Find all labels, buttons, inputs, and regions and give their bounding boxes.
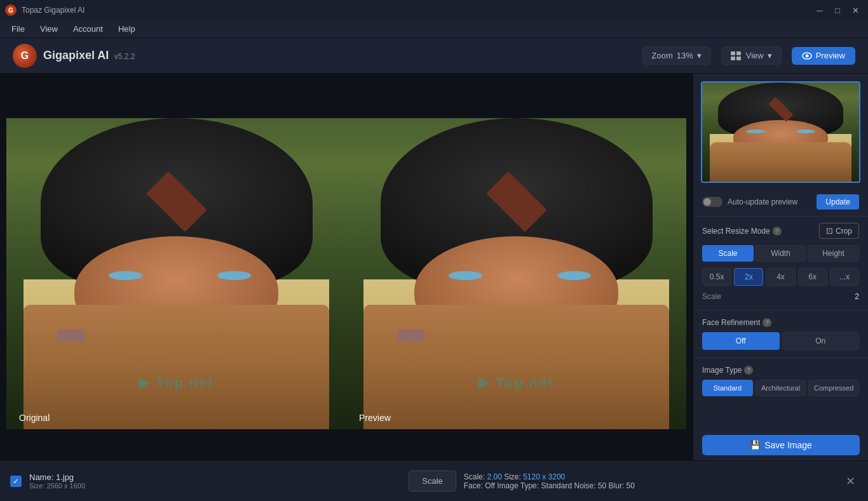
preview-label: Preview [359,413,391,423]
svg-point-5 [805,54,808,57]
export-line-2: Face: Off Image Type: Standard Noise: 50… [464,481,836,490]
export-size-sep: Size: [504,472,523,481]
save-label: Save Image [764,440,812,450]
export-info: Scale: 2.00 Size: 5120 x 3200 Face: Off … [464,472,836,490]
eye-right [217,271,252,281]
scale-2x-button[interactable]: 2x [734,268,763,286]
preview-watermark: ▶ Top.net [478,375,554,391]
view-button[interactable]: View ▾ [721,46,782,65]
preview-image: ▶ Top.net [346,118,686,429]
view-label: View [746,51,764,60]
scale-row-value: 2 [855,292,859,301]
export-face-label: Face: [464,481,485,490]
tattoo [57,330,85,342]
app-logo: G Gigapixel AI v5.2.2 [13,44,135,68]
type-standard-button[interactable]: Standard [702,380,753,396]
tab-scale[interactable]: Scale [702,245,754,262]
thumb-image [702,83,859,182]
export-blur-value: 50 [627,481,635,490]
divider-3 [693,357,868,358]
close-button[interactable]: ✕ [848,4,863,17]
file-checkbox[interactable]: ✓ [10,476,22,487]
original-panel: ▶ Top.net Original [6,118,346,429]
resize-mode-row: Select Resize Mode ? ⊡ Crop [693,219,868,243]
svg-rect-0 [731,51,735,55]
right-panel: Auto-update preview Update Select Resize… [693,74,868,460]
preview-button[interactable]: Preview [792,47,855,65]
update-button[interactable]: Update [817,194,859,210]
file-size: Size: 2560 x 1600 [29,482,401,490]
svg-rect-2 [731,57,735,60]
image-type-label: Image Type [702,366,742,375]
panel-spacer [693,401,868,430]
crop-button[interactable]: ⊡ Crop [819,223,859,239]
divider-2 [693,310,868,311]
face-off-button[interactable]: Off [702,332,780,350]
scale-4x-button[interactable]: 4x [766,268,795,286]
menu-view[interactable]: View [34,23,64,35]
export-noise-value: 50 [598,481,606,490]
menu-file[interactable]: File [5,23,31,35]
tab-height[interactable]: Height [808,245,859,262]
export-noise-label: Noise: [574,481,597,490]
save-image-button[interactable]: 💾 Save Image [702,435,860,455]
scale-custom-button[interactable]: ...x [830,268,859,286]
image-type-help-icon[interactable]: ? [744,366,753,375]
auto-update-label: Auto-update preview [728,197,811,206]
app-icon-letter: G [8,7,13,14]
scale-6x-button[interactable]: 6x [798,268,827,286]
minimize-button[interactable]: ─ [812,4,827,17]
auto-update-toggle[interactable] [702,197,722,207]
logo-letter: G [21,50,29,62]
zoom-value: 13% [677,51,693,60]
export-scale-value: 2.00 [487,472,501,481]
file-name: Name: 1.jpg [29,472,401,482]
eye-left [109,271,143,281]
menu-account[interactable]: Account [67,23,109,35]
type-architectural-button[interactable]: Architectural [756,380,806,396]
face-refinement-label: Face Refinement [702,318,760,327]
original-image: ▶ Top.net [6,118,346,429]
preview-tattoo [397,330,424,342]
preview-panel: ▶ Top.net Preview [346,118,686,429]
maximize-button[interactable]: □ [830,4,845,17]
scale-action-button[interactable]: Scale [409,471,456,491]
face-refinement-help-icon[interactable]: ? [763,318,771,327]
bottom-bar: ✓ Name: 1.jpg Size: 2560 x 1600 Scale Sc… [0,460,868,501]
export-line-1: Scale: 2.00 Size: 5120 x 3200 [464,472,836,481]
thumb-hands [710,142,851,182]
preview-label: Preview [816,51,845,60]
crop-icon: ⊡ [826,226,833,236]
app-logo-icon: G [13,44,37,68]
type-compressed-button[interactable]: Compressed [808,380,859,396]
svg-rect-3 [736,57,741,60]
original-label: Original [19,413,50,423]
image-type-header: Image Type ? [693,361,868,377]
app-icon: G [5,4,17,16]
crop-label: Crop [836,227,852,236]
preview-eye-left [449,271,483,281]
export-size-value: 5120 x 3200 [523,472,565,481]
close-file-button[interactable]: ✕ [843,472,858,491]
menu-help[interactable]: Help [112,23,142,35]
preview-hands-layer [363,305,670,429]
thumb-portrait [702,83,859,182]
zoom-control[interactable]: Zoom 13% ▾ [642,46,711,65]
hands-layer [24,305,330,429]
scale-row-label: Scale [702,292,721,301]
preview-thumbnail [701,81,860,183]
menubar: File View Account Help [0,20,868,38]
tab-width[interactable]: Width [755,245,806,262]
scale-0-5x-button[interactable]: 0.5x [702,268,731,286]
export-type-label: Image Type: [497,481,541,490]
preview-eye-right [557,271,592,281]
file-info: Name: 1.jpg Size: 2560 x 1600 [29,472,401,490]
scale-multiplier-buttons: 0.5x 2x 4x 6x ...x [693,264,868,290]
export-type-value: Standard [541,481,572,490]
divider-1 [693,216,868,217]
scale-value-row: Scale 2 [693,290,868,307]
resize-mode-help-icon[interactable]: ? [773,227,782,236]
face-on-button[interactable]: On [782,332,860,350]
image-type-row: Standard Architectural Compressed [693,377,868,401]
view-grid-icon [731,51,742,60]
